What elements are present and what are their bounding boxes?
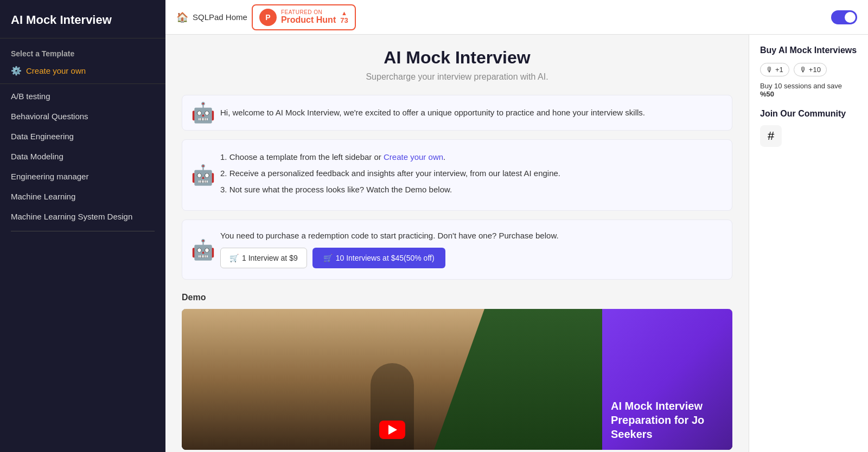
instructions-list: 1. Choose a template from the left sideb… [220,151,721,196]
sidebar-item-label: Machine Learning [11,192,75,201]
slack-icon: # [768,129,774,143]
welcome-card: 🤖 Hi, welcome to AI Mock Interview, we'r… [182,95,732,131]
community-title: Join Our Community [760,109,857,119]
sidebar-bottom-divider [11,231,155,231]
save-highlight: %50 [760,90,774,98]
home-icon: 🏠 [176,11,188,23]
mic-icon-2: 🎙 [800,66,807,74]
dark-mode-toggle[interactable] [831,10,857,24]
badge-plus1-label: +1 [775,66,783,74]
instruction-item-1: 1. Choose a template from the left sideb… [220,151,721,164]
save-text-prefix: Buy 10 sessions and save [760,82,842,90]
play-triangle-icon [388,425,397,435]
instruction-item-3: 3. Not sure what the process looks like?… [220,183,721,196]
sidebar-item-label: Data Engineering [11,132,74,141]
sidebar-item-label: A/B testing [11,92,50,101]
video-container[interactable]: 👤 Interview AI Demo ↗ Share [182,309,732,450]
sidebar-item-label: Machine Learning System Design [11,212,132,221]
session-badge-1[interactable]: 🎙 +1 [760,63,789,76]
badge-plus10-label: +10 [809,66,821,74]
session-badge-10[interactable]: 🎙 +10 [794,63,827,76]
welcome-text: Hi, welcome to AI Mock Interview, we're … [220,106,721,119]
header: 🏠 SQLPad Home P FEATURED ON Product Hunt… [165,0,868,35]
sidebar: AI Mock Interview Select a Template ⚙️ C… [0,0,165,452]
ph-count-number: 73 [340,16,348,24]
sidebar-item-engineering-manager[interactable]: Engineering manager [0,166,165,186]
btn-bulk-label: 10 Interviews at $45(50% off) [336,254,435,262]
gear-icon: ⚙️ [11,66,22,76]
buy-section-title: Buy AI Mock Interviews [760,46,857,55]
sidebar-app-title: AI Mock Interview [0,0,165,38]
robot-icon-3: 🤖 [191,240,215,260]
sidebar-item-label: Data Modeling [11,152,63,161]
sidebar-item-machine-learning[interactable]: Machine Learning [0,186,165,206]
cart-icon-single: 🛒 [229,254,239,262]
instruction-text-1: 1. Choose a template from the left sideb… [220,152,384,162]
main-wrapper: 🏠 SQLPad Home P FEATURED ON Product Hunt… [165,0,868,452]
buy-single-button[interactable]: 🛒 1 Interview at $9 [220,248,307,268]
purchase-card: 🤖 You need to purchase a redemption code… [182,219,732,280]
sidebar-item-label: Behavioral Questions [11,112,88,121]
product-hunt-badge[interactable]: P FEATURED ON Product Hunt ▲ 73 [252,4,356,30]
purchase-text: You need to purchase a redemption code t… [220,231,721,240]
demo-label: Demo [182,293,732,302]
buy-bulk-button[interactable]: 🛒 10 Interviews at $45(50% off) [312,248,445,268]
youtube-play-button[interactable] [379,421,405,439]
video-right-text: AI Mock Interview Preparation for Jo See… [611,399,724,441]
right-panel: Buy AI Mock Interviews 🎙 +1 🎙 +10 Buy 10… [749,35,868,452]
ph-featured-text: FEATURED ON [281,9,336,15]
sidebar-section-label: Select a Template [0,38,165,62]
content-area: AI Mock Interview Supercharge your inter… [165,35,868,452]
purchase-buttons: 🛒 1 Interview at $9 🛒 10 Interviews at $… [220,248,721,268]
ph-count: ▲ 73 [340,10,348,24]
sidebar-item-label: Engineering manager [11,172,88,181]
create-own-link[interactable]: Create your own [384,152,443,162]
sidebar-create-own[interactable]: ⚙️ Create your own [0,62,165,81]
page-title: AI Mock Interview [182,48,732,68]
header-left: 🏠 SQLPad Home P FEATURED ON Product Hunt… [176,4,356,30]
session-badges: 🎙 +1 🎙 +10 [760,63,857,76]
sidebar-item-ab-testing[interactable]: A/B testing [0,86,165,106]
ph-product-hunt-text: Product Hunt [281,15,336,25]
instruction-item-2: 2. Receive a personalized feedback and i… [220,167,721,180]
toggle-knob [845,12,856,23]
robot-icon: 🤖 [191,103,215,122]
sidebar-item-ml-system-design[interactable]: Machine Learning System Design [0,206,165,227]
ph-logo: P [259,9,277,26]
mic-icon-1: 🎙 [766,66,773,74]
video-left [182,309,602,450]
video-right-panel: AI Mock Interview Preparation for Jo See… [602,309,732,450]
cart-icon-bulk: 🛒 [323,254,333,262]
sidebar-item-data-modeling[interactable]: Data Modeling [0,146,165,166]
ph-text-group: FEATURED ON Product Hunt [281,9,336,25]
sqlpad-home-link[interactable]: SQLPad Home [193,12,247,22]
ph-arrow-icon: ▲ [341,10,347,16]
sidebar-divider [0,83,165,84]
btn-single-label: 1 Interview at $9 [242,254,298,262]
sidebar-item-data-engineering[interactable]: Data Engineering [0,126,165,146]
robot-icon-2: 🤖 [191,165,215,185]
save-text: Buy 10 sessions and save %50 [760,82,857,98]
video-inner: 👤 Interview AI Demo ↗ Share [182,309,732,450]
slack-community-button[interactable]: # [760,125,782,147]
demo-section: Demo 👤 Interview AI Demo ↗ Share [182,293,732,450]
page-subtitle: Supercharge your interview preparation w… [182,72,732,82]
create-own-label: Create your own [26,66,86,75]
sidebar-item-behavioral[interactable]: Behavioral Questions [0,106,165,126]
instructions-card: 🤖 1. Choose a template from the left sid… [182,139,732,211]
main-content: AI Mock Interview Supercharge your inter… [165,35,749,452]
